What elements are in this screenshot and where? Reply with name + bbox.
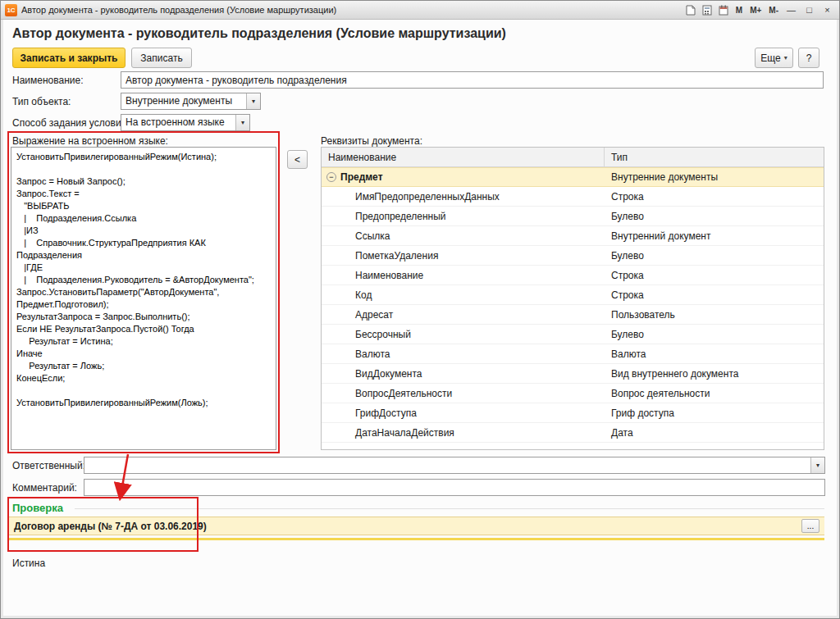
- attribute-name: Наименование: [355, 270, 423, 281]
- titlebar: 1С Автор документа - руководитель подраз…: [1, 1, 839, 20]
- chevron-down-icon[interactable]: ▾: [246, 93, 260, 109]
- column-header-type[interactable]: Тип: [605, 148, 824, 166]
- condition-method-value: На встроенном языке: [121, 115, 235, 130]
- page-title: Автор документа - руководитель подраздел…: [12, 26, 506, 41]
- app-window: 1С Автор документа - руководитель подраз…: [0, 0, 840, 619]
- attribute-name: Предмет: [340, 171, 383, 183]
- object-type-label: Тип объекта:: [12, 96, 71, 107]
- name-label: Наименование:: [12, 75, 84, 86]
- chevron-down-icon: ▾: [784, 54, 788, 61]
- attribute-name: ВопросДеятельности: [355, 388, 452, 399]
- comment-input[interactable]: [84, 479, 825, 496]
- attribute-type: Внутренний документ: [605, 226, 824, 245]
- field-underline: [9, 538, 824, 540]
- table-row[interactable]: − ДатаНачалаДействия Дата: [322, 423, 824, 443]
- memory-button[interactable]: M: [733, 6, 745, 15]
- condition-method-label: Способ задания условия:: [12, 117, 129, 129]
- attribute-name: Предопределенный: [355, 211, 446, 222]
- page-icon[interactable]: [684, 4, 698, 16]
- attribute-name: ДатаНачалаДействия: [355, 427, 454, 439]
- name-input[interactable]: [121, 71, 824, 89]
- column-header-name[interactable]: Наименование: [322, 148, 605, 166]
- calendar-icon[interactable]: [717, 4, 731, 16]
- help-button[interactable]: ?: [798, 48, 819, 68]
- attribute-name: ПометкаУдаления: [355, 250, 438, 262]
- memory-plus-button[interactable]: M+: [747, 6, 764, 15]
- table-row[interactable]: − Ссылка Внутренний документ: [322, 226, 824, 246]
- attribute-name: Валюта: [355, 348, 390, 360]
- table-row[interactable]: − Наименование Строка: [322, 266, 824, 285]
- collapse-icon[interactable]: −: [326, 172, 336, 182]
- attribute-type: Валюта: [605, 344, 824, 363]
- expression-label: Выражение на встроенном языке:: [12, 135, 168, 147]
- check-section-title: Проверка: [12, 502, 63, 514]
- responsible-label: Ответственный:: [12, 460, 85, 471]
- attribute-name: ИмяПредопределенныхДанных: [355, 191, 500, 203]
- window-controls: M M+ M- — □ ×: [684, 4, 835, 16]
- 1c-logo-icon: 1С: [5, 4, 17, 16]
- attribute-name: Ссылка: [355, 230, 390, 242]
- close-button[interactable]: ×: [819, 4, 835, 16]
- calculator-icon[interactable]: [701, 4, 714, 16]
- table-row[interactable]: − Предопределенный Булево: [322, 207, 824, 226]
- save-button[interactable]: Записать: [131, 48, 192, 68]
- maximize-button[interactable]: □: [801, 4, 817, 16]
- attributes-table: Наименование Тип − Предмет Внутренние до…: [321, 147, 824, 450]
- table-row[interactable]: − ВидДокумента Вид внутреннего документа: [322, 364, 824, 384]
- attribute-type: Булево: [605, 207, 824, 225]
- comment-label: Комментарий:: [12, 482, 77, 494]
- window-title: Автор документа - руководитель подраздел…: [21, 5, 336, 15]
- memory-minus-button[interactable]: M-: [766, 6, 781, 15]
- more-label: Еще: [760, 52, 780, 64]
- save-close-button[interactable]: Записать и закрыть: [12, 48, 126, 68]
- attribute-type: Вопрос деятельности: [605, 384, 824, 403]
- table-row[interactable]: − Предмет Внутренние документы: [322, 167, 824, 187]
- table-row[interactable]: − ГрифДоступа Гриф доступа: [322, 403, 824, 423]
- attribute-type: Строка: [605, 266, 824, 284]
- attribute-name: ГрифДоступа: [355, 407, 417, 419]
- check-result-value: Истина: [12, 558, 45, 569]
- attribute-name: Адресат: [355, 309, 393, 321]
- attribute-name: Код: [355, 289, 372, 301]
- attribute-type: Строка: [605, 285, 824, 304]
- table-row[interactable]: − Адресат Пользователь: [322, 305, 824, 325]
- attribute-type: Булево: [605, 325, 824, 344]
- attribute-name: Бессрочный: [355, 329, 411, 340]
- object-type-value: Внутренние документы: [121, 93, 246, 109]
- responsible-value: [84, 457, 810, 473]
- attribute-type: Пользователь: [605, 305, 824, 324]
- chevron-down-icon[interactable]: ▾: [235, 115, 249, 130]
- section-separator: [75, 508, 824, 509]
- object-type-select[interactable]: Внутренние документы ▾: [121, 93, 261, 110]
- attribute-type: Внутренние документы: [605, 168, 824, 186]
- attributes-label: Реквизиты документа:: [321, 135, 422, 147]
- table-row[interactable]: − ПометкаУдаления Булево: [322, 246, 824, 266]
- expression-editor[interactable]: УстановитьПривилегированныйРежим(Истина)…: [11, 147, 276, 450]
- move-left-button[interactable]: <: [287, 150, 308, 169]
- attribute-type: Строка: [605, 187, 824, 206]
- table-row[interactable]: − Валюта Валюта: [322, 344, 824, 364]
- attribute-type: Гриф доступа: [605, 403, 824, 422]
- attribute-name: ВидДокумента: [355, 368, 422, 380]
- attribute-type: Булево: [605, 246, 824, 265]
- responsible-input[interactable]: ▾: [84, 457, 825, 474]
- check-document-field[interactable]: Договор аренды (№ 7-ДА от 03.06.2019) ..…: [9, 517, 824, 535]
- chevron-down-icon[interactable]: ▾: [810, 457, 824, 473]
- condition-method-select[interactable]: На встроенном языке ▾: [121, 114, 250, 131]
- attribute-type: Вид внутреннего документа: [605, 364, 824, 383]
- table-row[interactable]: − Бессрочный Булево: [322, 325, 824, 344]
- attribute-type: Дата: [605, 423, 824, 442]
- table-row[interactable]: − ИмяПредопределенныхДанных Строка: [322, 187, 824, 207]
- table-row[interactable]: − Код Строка: [322, 285, 824, 305]
- table-header: Наименование Тип: [322, 148, 824, 167]
- check-document-value: Договор аренды (№ 7-ДА от 03.06.2019): [14, 521, 207, 532]
- table-body: − Предмет Внутренние документы − ИмяПред…: [322, 167, 824, 443]
- more-button[interactable]: Еще ▾: [755, 48, 793, 68]
- minimize-button[interactable]: —: [783, 4, 799, 16]
- choose-button[interactable]: ...: [801, 519, 819, 533]
- table-row[interactable]: − ВопросДеятельности Вопрос деятельности: [322, 384, 824, 403]
